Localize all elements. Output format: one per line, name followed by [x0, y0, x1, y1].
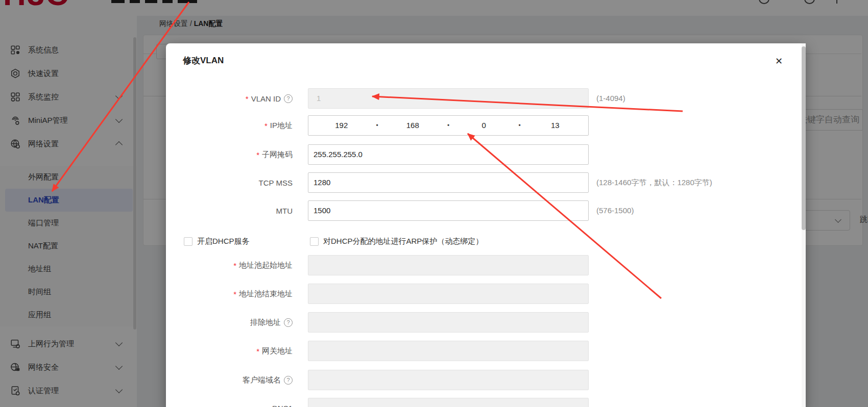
field-label-text: 地址池起始地址 [239, 261, 293, 270]
field-label-text: IP地址 [270, 121, 293, 131]
field-label-text: DNS1 [272, 404, 293, 407]
screen: H3C 系统信息快速设置系统监控MiniAP管理网络设置 外网配置LAN配置端口… [0, 0, 868, 407]
field-label-text: TCP MSS [259, 179, 293, 187]
close-icon[interactable]: ✕ [775, 57, 783, 66]
help-icon[interactable]: ? [284, 318, 293, 327]
ip-octet[interactable]: 192 [308, 116, 375, 135]
form-row: *地址池起始地址 [166, 255, 799, 275]
field-label: *地址池结束地址 [166, 284, 293, 304]
field-hint: (128-1460字节，默认：1280字节) [596, 172, 712, 193]
modal-scrollbar[interactable] [802, 43, 806, 407]
ip-dot-separator: • [517, 116, 522, 135]
ip-dot-separator: • [375, 116, 380, 135]
help-icon[interactable]: ? [284, 94, 293, 103]
edit-vlan-dialog: 修改VLAN ✕ *VLAN ID?1(1-4094)*IP地址192•168•… [166, 43, 806, 407]
field-label-text: 客户端域名 [243, 375, 281, 385]
text-input[interactable]: 1280 [308, 172, 589, 193]
required-asterisk: * [264, 121, 268, 130]
field-label: *网关地址 [166, 341, 293, 361]
field-label: 排除地址? [166, 312, 293, 333]
field-label: *IP地址 [166, 115, 293, 136]
form-row: *子网掩码255.255.255.0 [166, 144, 799, 165]
form-row: TCP MSS1280(128-1460字节，默认：1280字节) [166, 172, 799, 193]
form-row: *地址池结束地址 [166, 284, 799, 304]
text-input[interactable] [308, 370, 589, 390]
checkbox-box[interactable] [184, 237, 192, 246]
field-label: *VLAN ID? [166, 88, 293, 109]
field-label-text: MTU [276, 207, 293, 215]
field-label: 客户端域名? [166, 370, 293, 390]
field-label-text: 地址池结束地址 [239, 289, 293, 299]
field-label: TCP MSS [166, 172, 293, 193]
form-row: 客户端域名? [166, 370, 799, 390]
field-label-text: 排除地址 [250, 318, 281, 327]
arp-protect-checkbox[interactable]: 对DHCP分配的地址进行ARP保护（动态绑定） [310, 235, 483, 247]
required-asterisk: * [233, 290, 236, 298]
checkbox-box[interactable] [310, 237, 319, 246]
form-row: *网关地址 [166, 341, 799, 361]
enable-dhcp-checkbox[interactable]: 开启DHCP服务 [184, 235, 250, 247]
form-row: MTU1500(576-1500) [166, 200, 799, 221]
ip-dot-separator: • [446, 116, 451, 135]
form-row: 开启DHCP服务对DHCP分配的地址进行ARP保护（动态绑定） [166, 231, 799, 251]
form-row: *IP地址192•168•0•13 [166, 115, 799, 136]
field-label-text: 子网掩码 [262, 150, 293, 160]
ip-octet[interactable]: 13 [522, 116, 589, 135]
text-input[interactable] [308, 312, 589, 333]
help-icon[interactable]: ? [284, 376, 293, 385]
text-input[interactable]: 255.255.255.0 [308, 144, 589, 165]
required-asterisk: * [256, 150, 259, 159]
field-label-text: VLAN ID [251, 94, 281, 103]
required-asterisk: * [246, 94, 249, 103]
field-hint: (1-4094) [596, 88, 625, 109]
field-label: MTU [166, 200, 293, 221]
ip-octet[interactable]: 0 [451, 116, 517, 135]
field-label: *子网掩码 [166, 144, 293, 165]
field-label: DNS1 [166, 398, 293, 407]
checkbox-label: 开启DHCP服务 [197, 237, 250, 246]
required-asterisk: * [233, 261, 236, 270]
ip-octet[interactable]: 168 [380, 116, 446, 135]
text-input[interactable]: 1 [308, 88, 589, 109]
dialog-title: 修改VLAN [183, 55, 224, 66]
field-hint: (576-1500) [596, 200, 634, 221]
required-asterisk: * [256, 347, 259, 355]
ip-address-input[interactable]: 192•168•0•13 [308, 115, 589, 136]
text-input[interactable] [308, 398, 589, 407]
modal-scrollbar-thumb[interactable] [802, 46, 806, 230]
form-row: DNS1 [166, 398, 799, 407]
checkbox-label: 对DHCP分配的地址进行ARP保护（动态绑定） [323, 237, 483, 246]
form-row: 排除地址? [166, 312, 799, 333]
form-row: *VLAN ID?1(1-4094) [166, 88, 799, 109]
text-input[interactable] [308, 284, 589, 304]
text-input[interactable]: 1500 [308, 200, 589, 221]
field-label: *地址池起始地址 [166, 255, 293, 275]
text-input[interactable] [308, 341, 589, 361]
text-input[interactable] [308, 255, 589, 275]
field-label-text: 网关地址 [262, 346, 293, 356]
